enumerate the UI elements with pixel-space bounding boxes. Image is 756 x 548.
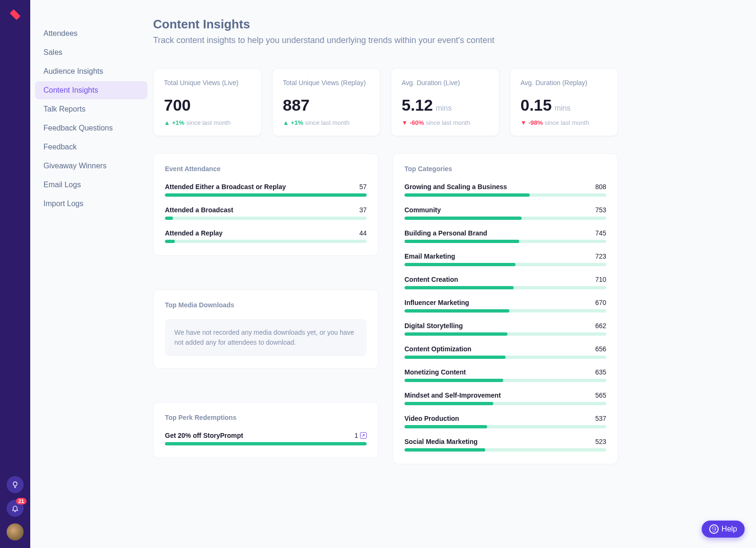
bar-row: Social Media Marketing523: [404, 438, 606, 452]
stat-label: Avg. Duration (Live): [402, 79, 489, 87]
stat-value: 700: [164, 96, 191, 114]
bar-label: Video Production: [404, 415, 459, 422]
bar-track: [404, 217, 606, 220]
bar-value: 635: [595, 368, 606, 376]
bar-value: 808: [595, 183, 606, 191]
bar-label: Building a Personal Brand: [404, 229, 487, 237]
page-subtitle: Track content insights to help you under…: [153, 35, 618, 45]
bar-track: [404, 379, 606, 382]
trend-pct: +1%: [291, 119, 303, 126]
bar-track: [404, 263, 606, 266]
bar-row: Community753: [404, 206, 606, 220]
bar-value: 723: [595, 252, 606, 260]
top-categories-card: Top Categories Growing and Scaling a Bus…: [393, 153, 618, 464]
bar-row: Monetizing Content635: [404, 368, 606, 382]
trend-tail: since last month: [305, 119, 350, 126]
trend-tail: since last month: [186, 119, 231, 126]
bar-value: 523: [595, 438, 606, 445]
bar-label: Monetizing Content: [404, 368, 466, 376]
sidebar-item-sales[interactable]: Sales: [35, 43, 147, 61]
bar-label: Attended Either a Broadcast or Replay: [165, 183, 286, 191]
sidebar-item-import-logs[interactable]: Import Logs: [35, 195, 147, 213]
bar-label: Digital Storytelling: [404, 322, 463, 330]
bar-fill: [165, 442, 367, 445]
stat-label: Total Unique Views (Replay): [283, 79, 370, 87]
bar-value: 656: [595, 345, 606, 353]
bar-track: [165, 217, 367, 220]
stat-card: Avg. Duration (Live)5.12mins▼-60%since l…: [391, 68, 499, 136]
help-icon: [709, 524, 719, 534]
bar-track: [404, 240, 606, 243]
bar-value: 670: [595, 299, 606, 306]
bar-fill: [404, 263, 515, 266]
bar-label: Content Creation: [404, 276, 458, 283]
bar-label: Email Marketing: [404, 252, 455, 260]
external-icon: ↗: [360, 432, 367, 439]
sidebar: AttendeesSalesAudience InsightsContent I…: [30, 0, 153, 548]
sidebar-item-giveaway-winners[interactable]: Giveaway Winners: [35, 157, 147, 175]
bar-fill: [404, 193, 530, 197]
help-button[interactable]: Help: [702, 521, 745, 538]
bar-track: [404, 448, 606, 452]
bar-track: [165, 442, 367, 445]
bar-fill: [165, 240, 175, 243]
bar-value: 745: [595, 229, 606, 237]
bar-track: [165, 193, 367, 197]
trend-arrow-icon: ▲: [283, 119, 289, 126]
stat-unit: mins: [555, 104, 571, 113]
bar-value: 710: [595, 276, 606, 283]
bar-row: Digital Storytelling662: [404, 322, 606, 336]
trend-arrow-icon: ▼: [402, 119, 408, 126]
bar-track: [404, 332, 606, 336]
bar-track: [165, 240, 367, 243]
sidebar-item-email-logs[interactable]: Email Logs: [35, 176, 147, 194]
sidebar-item-talk-reports[interactable]: Talk Reports: [35, 100, 147, 118]
bar-row: Building a Personal Brand745: [404, 229, 606, 243]
bar-track: [404, 309, 606, 313]
bar-fill: [404, 356, 506, 359]
notification-badge: 21: [16, 498, 26, 505]
bar-label: Get 20% off StoryPrompt: [165, 432, 243, 439]
nav-rail: 21: [0, 0, 30, 548]
section-title: Event Attendance: [165, 165, 367, 173]
stat-value: 5.12: [402, 96, 433, 114]
bar-fill: [404, 425, 487, 428]
notifications-icon[interactable]: 21: [7, 500, 24, 517]
bar-row: Content Optimization656: [404, 345, 606, 359]
bar-fill: [404, 309, 509, 313]
app-logo[interactable]: [7, 7, 23, 23]
lightbulb-icon[interactable]: [7, 476, 24, 493]
bar-fill: [404, 240, 519, 243]
section-title: Top Media Downloads: [165, 301, 367, 309]
bar-fill: [165, 193, 367, 197]
bar-value: 44: [359, 229, 367, 237]
bar-row: Influencer Marketing670: [404, 299, 606, 313]
sidebar-item-audience-insights[interactable]: Audience Insights: [35, 62, 147, 80]
sidebar-item-attendees[interactable]: Attendees: [35, 25, 147, 43]
bar-label: Community: [404, 206, 441, 214]
trend-tail: since last month: [426, 119, 470, 126]
sidebar-item-feedback[interactable]: Feedback: [35, 138, 147, 156]
bar-value: 37: [359, 206, 367, 214]
bar-track: [404, 356, 606, 359]
bar-value: 537: [595, 415, 606, 422]
main-content: Content Insights Track content insights …: [153, 0, 644, 548]
stat-unit: mins: [436, 104, 452, 113]
bar-fill: [404, 332, 507, 336]
bar-label: Growing and Scaling a Business: [404, 183, 507, 191]
bar-row: Content Creation710: [404, 276, 606, 289]
trend-arrow-icon: ▼: [521, 119, 527, 126]
sidebar-item-content-insights[interactable]: Content Insights: [35, 81, 147, 99]
bar-label: Content Optimization: [404, 345, 472, 353]
stat-value: 887: [283, 96, 310, 114]
sections: Event Attendance Attended Either a Broad…: [153, 153, 618, 478]
avatar[interactable]: [7, 523, 24, 540]
bar-fill: [165, 217, 173, 220]
sidebar-item-feedback-questions[interactable]: Feedback Questions: [35, 119, 147, 137]
stat-label: Total Unique Views (Live): [164, 79, 251, 87]
stat-card: Total Unique Views (Replay)887▲+1%since …: [272, 68, 381, 136]
stat-label: Avg. Duration (Replay): [521, 79, 608, 87]
media-downloads-card: Top Media Downloads We have not recorded…: [153, 289, 378, 369]
bar-fill: [404, 402, 493, 405]
section-title: Top Perk Redemptions: [165, 414, 367, 421]
